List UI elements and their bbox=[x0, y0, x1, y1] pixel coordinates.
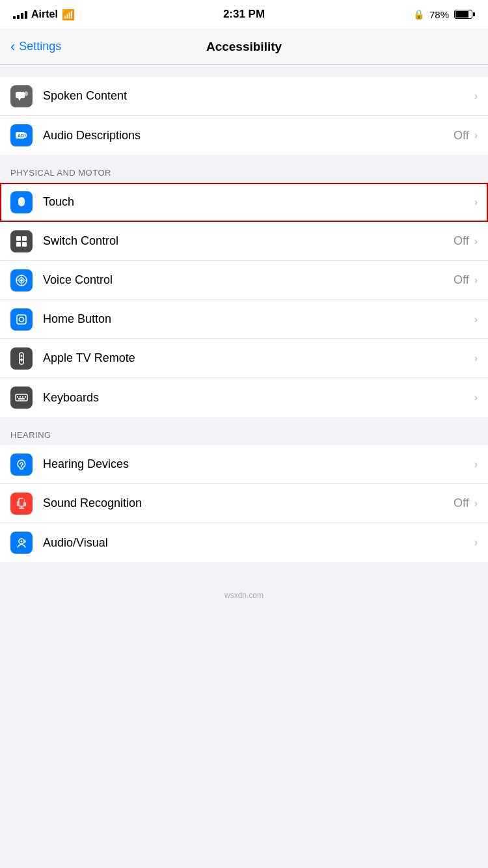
home-button-chevron: › bbox=[474, 314, 478, 325]
keyboards-icon bbox=[10, 387, 33, 409]
row-hearing-devices[interactable]: Hearing Devices › bbox=[0, 445, 488, 484]
switch-control-value: Off bbox=[454, 234, 469, 248]
voice-control-chevron: › bbox=[474, 275, 478, 286]
svg-marker-1 bbox=[18, 98, 21, 101]
bottom-spacer bbox=[0, 562, 488, 586]
svg-text:!: ! bbox=[24, 498, 25, 502]
back-chevron-icon: ‹ bbox=[10, 40, 15, 54]
voice-control-label: Voice Control bbox=[43, 273, 454, 287]
svg-rect-16 bbox=[17, 315, 26, 324]
row-touch[interactable]: Touch › bbox=[0, 183, 488, 222]
apple-tv-remote-chevron: › bbox=[474, 353, 478, 364]
row-spoken-content[interactable]: Spoken Content › bbox=[0, 77, 488, 116]
svg-rect-23 bbox=[17, 396, 18, 398]
row-voice-control[interactable]: Voice Control Off › bbox=[0, 261, 488, 300]
status-time: 2:31 PM bbox=[223, 8, 265, 21]
sound-recognition-icon: ! bbox=[10, 493, 33, 515]
spacer-top bbox=[0, 65, 488, 77]
wifi-icon: 📶 bbox=[62, 8, 75, 21]
back-label: Settings bbox=[19, 40, 61, 53]
row-switch-control[interactable]: Switch Control Off › bbox=[0, 222, 488, 261]
watermark: wsxdn.com bbox=[0, 586, 488, 603]
audio-descriptions-value: Off bbox=[454, 129, 469, 142]
nav-bar: ‹ Settings Accessibility bbox=[0, 29, 488, 65]
sound-recognition-value: Off bbox=[454, 496, 469, 510]
svg-point-28 bbox=[21, 466, 22, 467]
keyboards-label: Keyboards bbox=[43, 391, 474, 405]
switch-control-icon bbox=[10, 230, 33, 252]
status-bar: Airtel 📶 2:31 PM 🔒 78% bbox=[0, 0, 488, 29]
svg-rect-24 bbox=[20, 396, 21, 398]
signal-bar-1 bbox=[13, 16, 16, 19]
row-keyboards[interactable]: Keyboards › bbox=[0, 378, 488, 417]
home-button-icon bbox=[10, 308, 33, 331]
sound-recognition-chevron: › bbox=[474, 498, 478, 509]
page-title: Accessibility bbox=[206, 40, 282, 54]
spoken-content-chevron: › bbox=[474, 90, 478, 102]
apple-tv-remote-icon bbox=[10, 347, 33, 370]
svg-point-17 bbox=[20, 317, 24, 321]
svg-point-19 bbox=[21, 355, 23, 357]
spoken-content-icon bbox=[10, 85, 33, 107]
svg-rect-0 bbox=[16, 92, 25, 98]
audio-descriptions-icon: AD bbox=[10, 124, 33, 146]
battery-tip bbox=[473, 12, 475, 16]
keyboards-chevron: › bbox=[474, 392, 478, 403]
touch-icon bbox=[10, 191, 33, 213]
status-right: 🔒 78% bbox=[413, 9, 475, 20]
hearing-devices-icon bbox=[10, 454, 33, 476]
signal-bar-2 bbox=[17, 15, 20, 19]
home-button-label: Home Button bbox=[43, 312, 474, 326]
spoken-content-label: Spoken Content bbox=[43, 89, 474, 103]
svg-rect-8 bbox=[22, 242, 27, 247]
switch-control-label: Switch Control bbox=[43, 234, 454, 248]
svg-point-35 bbox=[21, 541, 23, 543]
audio-visual-chevron: › bbox=[474, 537, 478, 549]
svg-rect-25 bbox=[22, 396, 23, 398]
touch-chevron: › bbox=[474, 197, 478, 208]
carrier-label: Airtel bbox=[31, 8, 58, 20]
back-button[interactable]: ‹ Settings bbox=[10, 40, 61, 54]
svg-rect-7 bbox=[16, 242, 21, 247]
switch-control-chevron: › bbox=[474, 236, 478, 247]
group-vision-top: Spoken Content › AD Audio Descriptions O… bbox=[0, 77, 488, 155]
row-sound-recognition[interactable]: ! Sound Recognition Off › bbox=[0, 484, 488, 523]
hearing-devices-label: Hearing Devices bbox=[43, 457, 474, 471]
svg-rect-5 bbox=[16, 236, 21, 241]
svg-rect-27 bbox=[18, 398, 25, 400]
signal-bars bbox=[13, 10, 27, 19]
row-audio-descriptions[interactable]: AD Audio Descriptions Off › bbox=[0, 116, 488, 155]
row-home-button[interactable]: Home Button › bbox=[0, 300, 488, 339]
voice-control-icon bbox=[10, 269, 33, 292]
signal-bar-3 bbox=[21, 13, 23, 19]
svg-text:AD: AD bbox=[18, 133, 24, 138]
hearing-devices-chevron: › bbox=[474, 459, 478, 470]
sound-recognition-label: Sound Recognition bbox=[43, 496, 454, 510]
battery-fill bbox=[455, 11, 468, 18]
battery-body bbox=[454, 10, 472, 19]
row-apple-tv-remote[interactable]: Apple TV Remote › bbox=[0, 339, 488, 378]
section-header-hearing: HEARING bbox=[0, 417, 488, 445]
svg-point-2 bbox=[24, 92, 27, 95]
audio-descriptions-label: Audio Descriptions bbox=[43, 129, 454, 142]
row-audio-visual[interactable]: Audio/Visual › bbox=[0, 523, 488, 562]
audio-visual-label: Audio/Visual bbox=[43, 536, 474, 550]
audio-descriptions-chevron: › bbox=[474, 129, 478, 141]
group-physical-motor: Touch › Switch Control Off › bbox=[0, 183, 488, 417]
voice-control-value: Off bbox=[454, 273, 469, 287]
battery-icon bbox=[454, 10, 475, 19]
svg-rect-6 bbox=[22, 236, 27, 241]
battery-percent: 78% bbox=[429, 9, 449, 20]
signal-bar-4 bbox=[25, 11, 27, 19]
svg-point-11 bbox=[20, 279, 23, 282]
lock-icon: 🔒 bbox=[413, 9, 424, 20]
audio-visual-icon bbox=[10, 532, 33, 554]
touch-label: Touch bbox=[43, 195, 474, 209]
section-header-physical: PHYSICAL AND MOTOR bbox=[0, 155, 488, 183]
svg-rect-26 bbox=[25, 396, 26, 398]
apple-tv-remote-label: Apple TV Remote bbox=[43, 351, 474, 365]
group-hearing: Hearing Devices › ! Sound Recognition Of… bbox=[0, 445, 488, 562]
status-left: Airtel 📶 bbox=[13, 8, 75, 21]
